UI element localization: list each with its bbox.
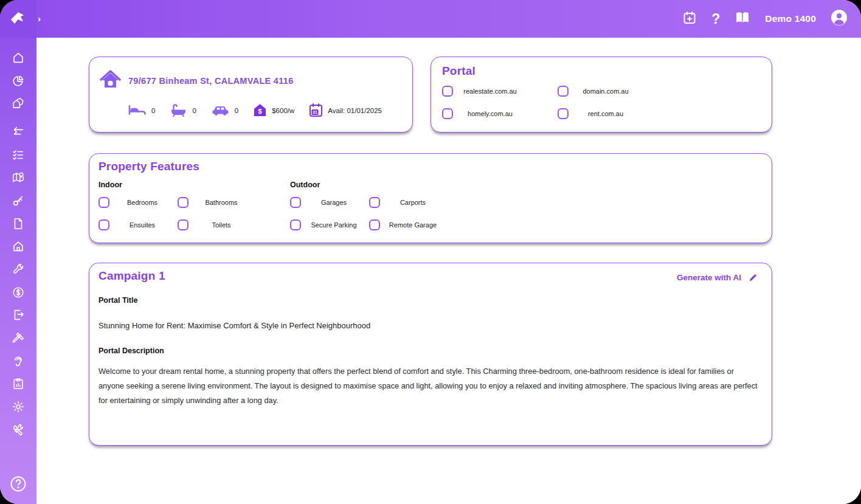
feature-label: Toilets [188, 221, 254, 229]
main-content: 79/677 Binheam St, CALAMVALE 4116 0 [36, 38, 861, 504]
remote-garage-checkbox[interactable] [369, 219, 380, 230]
homely-checkbox[interactable] [442, 108, 453, 119]
feature-label: Secure Parking [301, 221, 367, 229]
feature-label: Bathrooms [188, 199, 254, 206]
indoor-grid: Bedrooms Bathrooms Ensuites Toilets [99, 197, 257, 230]
portal-option-label: rent.com.au [569, 110, 643, 117]
campaign-header: Campaign 1 Generate with AI [99, 269, 762, 283]
sidebar-help[interactable] [0, 475, 36, 495]
realestate-checkbox[interactable] [442, 86, 453, 97]
baths-stat: 0 [170, 104, 196, 118]
indoor-feature-group: Indoor Bedrooms Bathrooms Ensuites [99, 173, 257, 230]
design-tools-icon [12, 331, 25, 347]
sidebar-item-keys[interactable] [0, 190, 36, 213]
help-icon[interactable]: ? [711, 12, 720, 26]
rent-checkbox[interactable] [558, 108, 569, 119]
bedrooms-checkbox[interactable] [99, 197, 109, 208]
generate-with-ai-label: Generate with AI [677, 273, 741, 282]
feature-ensuites: Ensuites [99, 219, 178, 230]
sidebar [0, 0, 36, 504]
sidebar-item-rentals[interactable] [0, 236, 36, 260]
key-icon [12, 194, 25, 210]
feature-label: Garages [301, 199, 367, 206]
availability-date: Avail: 01/01/2025 [328, 107, 382, 114]
document-icon [12, 217, 25, 233]
feature-secure-parking: Secure Parking [290, 219, 369, 230]
svg-text:31: 31 [313, 110, 317, 114]
property-summary-card: 79/677 Binheam St, CALAMVALE 4116 0 [89, 57, 413, 133]
sidebar-item-map[interactable] [0, 167, 36, 190]
home-icon [12, 51, 25, 67]
pie-chart-icon [12, 74, 25, 90]
sidebar-expand-chevron-icon[interactable]: › [38, 13, 41, 24]
generate-with-ai-button[interactable]: Generate with AI [677, 273, 758, 282]
transactions-icon [12, 125, 25, 141]
portal-title-label: Portal Title [99, 296, 762, 305]
baths-count: 0 [192, 107, 196, 114]
calendar-plus-icon[interactable] [682, 10, 697, 27]
outdoor-heading: Outdoor [290, 181, 448, 189]
sidebar-item-maintenance[interactable] [0, 259, 36, 282]
outdoor-grid: Garages Carports Secure Parking Rem [290, 197, 448, 230]
map-icon [12, 171, 25, 187]
sidebar-item-design[interactable] [0, 328, 36, 351]
ear-icon [12, 354, 25, 370]
sidebar-item-settings[interactable] [0, 396, 36, 419]
campaign-card-title: Campaign 1 [99, 269, 165, 283]
portal-options: realestate.com.au domain.com.au homely.c… [442, 86, 761, 119]
feature-carports: Carports [369, 197, 448, 208]
feature-label: Bedrooms [109, 199, 175, 206]
sidebar-item-listening[interactable] [0, 351, 36, 374]
portal-option-rent: rent.com.au [558, 108, 673, 119]
availability-stat: 31 Avail: 01/01/2025 [309, 103, 382, 118]
toilets-checkbox[interactable] [178, 219, 188, 230]
carports-checkbox[interactable] [369, 197, 380, 208]
sidebar-item-home[interactable] [0, 47, 36, 71]
portal-option-label: homely.com.au [453, 110, 527, 117]
app-logo[interactable] [0, 0, 36, 38]
sidebar-item-checklist[interactable] [0, 145, 36, 168]
wrench-icon [12, 263, 25, 278]
feature-label: Ensuites [109, 221, 175, 229]
property-stats-row: 0 0 [128, 103, 382, 118]
indoor-heading: Indoor [99, 181, 257, 189]
sidebar-nav [0, 47, 36, 443]
checklist-icon [12, 148, 25, 164]
campaign-card: Campaign 1 Generate with AI Portal Title… [89, 263, 772, 446]
edit-pencil-icon [749, 273, 758, 282]
avatar-icon[interactable] [831, 9, 848, 29]
rent-stat: $ $600/w [254, 103, 294, 118]
portal-description-value[interactable]: Welcome to your dream rental home, a stu… [99, 364, 760, 408]
garages-checkbox[interactable] [290, 197, 301, 208]
topbar-actions: ? Demo 1400 [682, 0, 848, 38]
account-name[interactable]: Demo 1400 [765, 13, 816, 24]
sidebar-item-transactions[interactable] [0, 122, 36, 145]
topbar: ? Demo 1400 [0, 0, 861, 38]
tools-icon [12, 423, 25, 439]
secure-parking-checkbox[interactable] [290, 219, 301, 230]
settings-gear-icon [12, 400, 25, 416]
portal-card-title: Portal [442, 64, 761, 78]
domain-checkbox[interactable] [558, 86, 569, 97]
sidebar-item-tools[interactable] [0, 419, 36, 443]
bath-icon [170, 104, 187, 118]
feature-bathrooms: Bathrooms [178, 197, 257, 208]
property-house-icon [99, 68, 122, 91]
sidebar-item-reports[interactable] [0, 374, 36, 397]
app-window: ? Demo 1400 [0, 0, 861, 504]
sidebar-item-vacates[interactable] [0, 305, 36, 328]
bathrooms-checkbox[interactable] [178, 197, 188, 208]
sidebar-item-dashboard[interactable] [0, 71, 36, 94]
portal-title-value[interactable]: Stunning Home for Rent: Maximise Comfort… [99, 321, 762, 330]
sidebar-item-properties[interactable] [0, 93, 36, 116]
feature-remote-garage: Remote Garage [369, 219, 448, 230]
book-icon[interactable] [735, 10, 750, 27]
outdoor-feature-group: Outdoor Garages Carports Secure Parki [290, 173, 448, 230]
sidebar-item-documents[interactable] [0, 213, 36, 236]
portal-option-label: domain.com.au [569, 88, 643, 95]
logo-icon [8, 10, 29, 28]
feature-bedrooms: Bedrooms [99, 197, 178, 208]
sidebar-item-finance[interactable] [0, 282, 36, 305]
feature-toilets: Toilets [178, 219, 257, 230]
ensuites-checkbox[interactable] [99, 219, 109, 230]
